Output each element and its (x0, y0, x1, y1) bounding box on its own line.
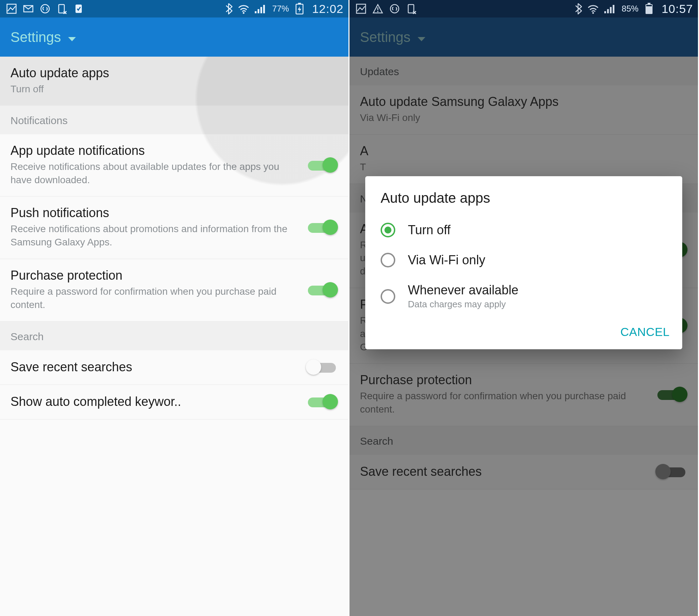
svg-rect-25 (607, 9, 609, 13)
cutoff-row[interactable] (0, 420, 348, 453)
shazam-icon (40, 3, 50, 14)
settings-list: Auto update apps Turn off Notifications … (0, 57, 348, 616)
radio-icon (381, 289, 395, 304)
toggle[interactable] (306, 157, 338, 173)
cell-signal-icon (255, 3, 266, 14)
status-bar: 85% 10:57 (350, 0, 698, 17)
option-sub: Data charges may apply (408, 299, 518, 310)
toggle[interactable] (306, 394, 338, 409)
app-update-notifications-row[interactable]: App update notifications Receive notific… (0, 134, 348, 197)
auto-update-row[interactable]: Auto update apps Turn off (0, 57, 348, 106)
option-label: Whenever available (408, 283, 518, 298)
svg-point-2 (41, 5, 49, 13)
svg-rect-24 (604, 11, 606, 13)
shazam-icon (389, 3, 400, 14)
purchase-protection-row: Purchase protection Require a password f… (350, 364, 698, 426)
download-done-icon (73, 3, 84, 14)
left-screen: 77% 12:02 Settings Auto update apps Turn… (0, 0, 350, 616)
appbar-title: Settings (10, 29, 61, 45)
sim-warn-icon (406, 3, 417, 14)
auto-update-samsung-row: Auto update Samsung Galaxy Apps Via Wi-F… (350, 85, 698, 135)
wifi-icon (587, 3, 599, 14)
option-turn-off[interactable]: Turn off (365, 215, 682, 245)
clock: 12:02 (312, 2, 344, 16)
svg-point-18 (377, 11, 379, 12)
row-title: Push notifications (10, 206, 299, 220)
purchase-protection-row[interactable]: Purchase protection Require a password f… (0, 259, 348, 322)
battery-percent: 77% (272, 4, 289, 14)
row-sub: Receive notifications about promotions a… (10, 222, 299, 249)
row-title: Show auto completed keywor.. (10, 394, 299, 409)
category-notifications: Notifications (0, 106, 348, 134)
cancel-button[interactable]: CANCEL (620, 325, 670, 339)
svg-rect-10 (260, 7, 262, 13)
option-wifi-only[interactable]: Via Wi-Fi only (365, 245, 682, 275)
dropdown-icon (417, 29, 426, 45)
svg-marker-31 (418, 37, 425, 41)
category-updates: Updates (350, 57, 698, 85)
row-title: App update notifications (10, 143, 299, 158)
battery-charging-icon (295, 3, 304, 15)
status-bar: 77% 12:02 (0, 0, 348, 17)
sim-warn-icon (57, 3, 67, 14)
auto-update-dialog: Auto update apps Turn off Via Wi-Fi only… (365, 176, 682, 349)
row-title: Purchase protection (10, 268, 299, 283)
row-sub: Require a password for confirmation when… (10, 285, 299, 311)
clock: 10:57 (662, 2, 693, 16)
alert-icon (373, 3, 383, 14)
svg-rect-9 (258, 9, 259, 13)
bluetooth-icon (574, 3, 582, 15)
row-sub: Receive notifications about available up… (10, 160, 299, 187)
save-recent-searches-row: Save recent searches (350, 455, 698, 489)
dialog-title: Auto update apps (365, 190, 682, 215)
appbar[interactable]: Settings (0, 17, 348, 57)
svg-point-19 (390, 5, 399, 13)
toggle[interactable] (306, 220, 338, 235)
category-search: Search (350, 426, 698, 455)
svg-point-7 (243, 12, 244, 14)
wifi-icon (237, 3, 250, 14)
toggle[interactable] (306, 282, 338, 298)
svg-rect-26 (610, 7, 612, 13)
appbar-title: Settings (360, 29, 411, 45)
appbar: Settings (350, 17, 698, 57)
push-notifications-row[interactable]: Push notifications Receive notifications… (0, 196, 348, 259)
option-label: Via Wi-Fi only (408, 253, 485, 267)
svg-rect-27 (613, 5, 614, 13)
battery-percent: 85% (622, 4, 639, 14)
auto-update-sub: Turn off (10, 83, 331, 96)
category-search: Search (0, 322, 348, 350)
toggle[interactable] (306, 359, 338, 375)
toggle (655, 464, 687, 479)
cell-signal-icon (604, 3, 615, 14)
bluetooth-icon (225, 3, 232, 15)
image-icon (6, 3, 17, 14)
radio-icon (381, 253, 395, 267)
svg-rect-29 (648, 3, 650, 4)
svg-marker-14 (68, 37, 76, 41)
svg-rect-11 (263, 5, 265, 13)
svg-rect-8 (255, 11, 257, 13)
battery-icon (645, 3, 653, 15)
svg-point-23 (592, 12, 594, 14)
mail-icon (23, 3, 34, 14)
right-screen: 85% 10:57 Settings Updates Auto update S… (350, 0, 699, 616)
option-label: Turn off (408, 223, 451, 237)
auto-update-title: Auto update apps (10, 66, 331, 80)
show-autocomplete-row[interactable]: Show auto completed keywor.. (0, 385, 348, 420)
option-whenever-available[interactable]: Whenever available Data charges may appl… (365, 275, 682, 317)
save-recent-searches-row[interactable]: Save recent searches (0, 350, 348, 385)
toggle (655, 387, 687, 402)
image-icon (356, 3, 366, 14)
dropdown-icon (67, 29, 77, 45)
svg-rect-30 (646, 5, 652, 6)
row-title: Save recent searches (10, 360, 299, 374)
svg-rect-13 (298, 3, 301, 4)
radio-icon (381, 223, 395, 237)
